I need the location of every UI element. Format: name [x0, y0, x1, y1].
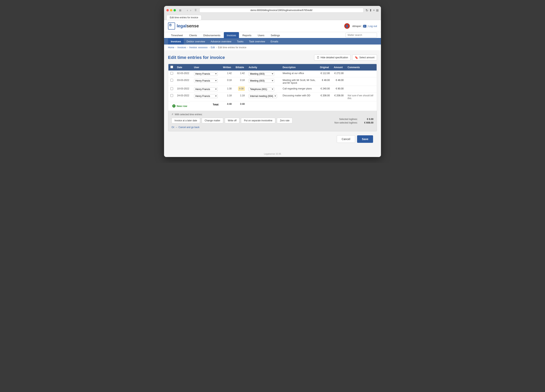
non-selected-loglines-label: Non-selected loglines: [334, 121, 358, 124]
table-row: 03-03-2022 Henry Francis 0:18 0:18 Meeti [168, 77, 377, 86]
row4-written: 1:18 [221, 93, 234, 101]
invoice-later-button[interactable]: Invoice at a later date [172, 118, 200, 123]
select-amount-button[interactable]: 🔖 Select amount [352, 54, 377, 60]
sub-nav-emails[interactable]: Emails [268, 38, 281, 44]
row3-activity-select[interactable]: Telephone (001) [249, 87, 274, 91]
total-label-cell: Total: [192, 101, 221, 111]
select-amount-label: Select amount [359, 56, 374, 59]
nav-clients[interactable]: Clients [186, 32, 200, 38]
logout-link[interactable]: Log out [369, 25, 377, 28]
matter-search-container [346, 33, 377, 37]
selected-loglines-row: Selected loglines: € 0.00 [334, 118, 373, 121]
row4-checkbox-cell [168, 93, 175, 101]
zero-rate-button[interactable]: Zero rate [277, 118, 292, 123]
user-avatar: 👤 [344, 23, 350, 29]
minimize-button[interactable] [170, 9, 172, 12]
data-table: Date User Written Billable Activity Desc… [168, 64, 377, 111]
nav-invoices[interactable]: Invoices [224, 32, 239, 38]
breadcrumb-sep-4: › [216, 46, 217, 49]
row1-checkbox[interactable] [170, 72, 173, 75]
row4-comments: Not sure if we should bill this. [346, 93, 377, 101]
nav-reports[interactable]: Reports [239, 32, 254, 38]
row1-comments [346, 71, 377, 77]
traffic-lights[interactable] [167, 9, 176, 12]
row2-original: € 48.00 [318, 77, 332, 86]
row4-user-select[interactable]: Henry Francis [194, 94, 218, 98]
col-activity: Activity [247, 64, 281, 71]
row3-comments [346, 86, 377, 93]
table-wrapper: Date User Written Billable Activity Desc… [168, 64, 377, 131]
share-button[interactable]: ⬆ [369, 8, 372, 12]
reload-button[interactable]: ↻ [365, 8, 368, 12]
page-title: Edit time entries for invoice [168, 55, 225, 60]
row4-description: Discussing matter with DD [281, 93, 318, 101]
total-written: 4:48 [221, 101, 234, 111]
nav-disbursements[interactable]: Disbursements [200, 32, 223, 38]
cancel-button[interactable]: Cancel [337, 135, 355, 143]
separate-invoiceline-button[interactable]: Put on separate invoiceline [241, 118, 275, 123]
app-header: legalsense 👤 ddraper | 8 | Log out [164, 20, 381, 32]
sub-nav-tasks[interactable]: Tasks [234, 38, 246, 44]
row3-checkbox-cell [168, 86, 175, 93]
action-panel: ↱ With selected time entries: Invoice at… [168, 111, 377, 131]
close-button[interactable] [167, 9, 169, 12]
nav-users[interactable]: Users [255, 32, 267, 38]
select-all-checkbox[interactable] [170, 66, 173, 68]
row4-activity-cell: Internal meeting (004) [247, 93, 281, 101]
col-billable: Billable [234, 64, 247, 71]
browser-tab[interactable]: Edit time entries for invoice [167, 15, 202, 20]
total-empty [247, 101, 377, 111]
new-tab-button[interactable]: + [373, 8, 375, 12]
matter-search-input[interactable] [346, 33, 377, 37]
row3-written: 1:30 [221, 86, 234, 93]
row2-comments [346, 77, 377, 86]
sub-nav-debtor[interactable]: Debtor overview [184, 38, 208, 44]
svg-rect-1 [170, 24, 171, 25]
sub-nav-advance[interactable]: Advance overview [208, 38, 234, 44]
row4-checkbox[interactable] [170, 94, 173, 97]
row2-user-select[interactable]: Henry Francis [194, 79, 218, 83]
row4-activity-select[interactable]: Internal meeting (004) [249, 94, 277, 98]
non-selected-loglines-value: € 608.00 [362, 121, 373, 124]
breadcrumb-invoices[interactable]: Invoices [177, 46, 186, 49]
breadcrumb-home[interactable]: Home [168, 46, 174, 49]
logo-icon [168, 23, 175, 30]
header-right: 👤 ddraper | 8 | Log out [344, 23, 377, 29]
row2-activity-select[interactable]: Meeting (003) [249, 79, 274, 83]
address-bar[interactable] [199, 8, 363, 13]
row3-user-select[interactable]: Henry Francis [194, 87, 218, 91]
main-nav: Timesheet Clients Disbursements Invoices… [164, 32, 381, 38]
row1-user-select[interactable]: Henry Francis [194, 72, 218, 76]
total-row: + New row Total: 4:48 3:48 [168, 101, 377, 111]
sub-nav-invoices[interactable]: Invoices [168, 38, 184, 44]
breadcrumb-invoice[interactable]: Invoice: xxxxxxxx [189, 46, 208, 49]
maximize-button[interactable] [173, 9, 176, 12]
row3-checkbox[interactable] [170, 87, 173, 90]
save-button[interactable]: Save [357, 135, 373, 143]
nav-settings[interactable]: Settings [268, 32, 283, 38]
row2-checkbox-cell [168, 77, 175, 86]
tab-overview-button[interactable]: ⊞ [376, 8, 378, 12]
hide-spec-icon: 🗒 [317, 56, 319, 59]
sidebar-toggle-button[interactable]: ⊞ [178, 8, 183, 12]
write-off-button[interactable]: Write off [225, 118, 239, 123]
forward-button[interactable]: › [190, 8, 192, 12]
cancel-go-back-link[interactable]: Or: ← Cancel and go back [172, 126, 199, 129]
change-matter-button[interactable]: Change matter [202, 118, 223, 123]
row1-checkbox-cell [168, 71, 175, 77]
col-amount: Amount [332, 64, 346, 71]
breadcrumb-edit[interactable]: Edit [211, 46, 215, 49]
row1-activity-select[interactable]: Meeting (003) [249, 72, 274, 76]
nav-timesheet[interactable]: Timesheet [168, 32, 186, 38]
hide-spec-button[interactable]: 🗒 Hide detailed specification [314, 54, 351, 60]
sub-nav-task-overview[interactable]: Task overview [246, 38, 268, 44]
row1-written: 1:42 [221, 71, 234, 77]
row1-billable: 1:42 [234, 71, 247, 77]
back-button[interactable]: ‹ [186, 8, 189, 12]
breadcrumb-sep-2: › [187, 46, 188, 49]
row2-checkbox[interactable] [170, 79, 173, 82]
tab-grid-button[interactable]: ⠿ [194, 8, 197, 12]
row3-billable-highlight: 0:30 [238, 87, 245, 90]
logo-text: legalsense [177, 24, 199, 29]
new-row-link[interactable]: + New row [170, 103, 190, 109]
